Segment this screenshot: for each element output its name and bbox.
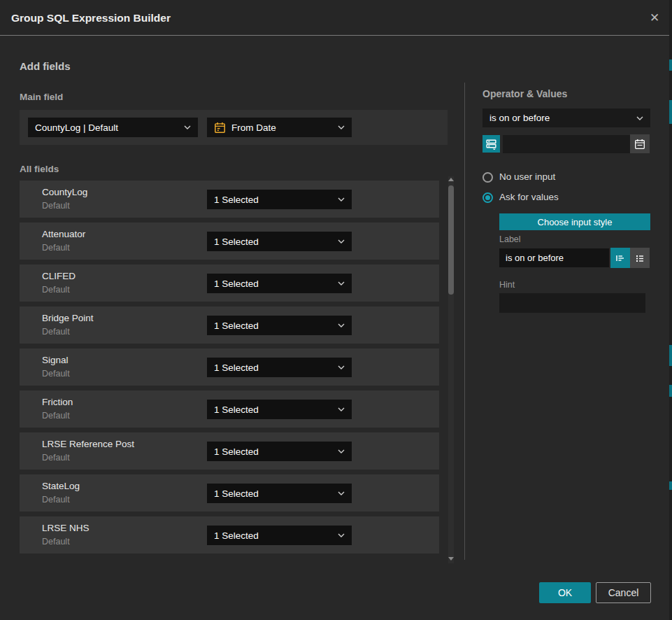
cancel-button[interactable]: Cancel — [596, 582, 651, 603]
panel-divider — [464, 83, 465, 560]
field-selection-dropdown[interactable]: 1 Selected — [207, 190, 352, 209]
selection-value: 1 Selected — [214, 404, 332, 415]
chevron-down-icon — [338, 365, 345, 369]
field-name: LRSE Reference Post — [42, 439, 134, 449]
dialog-titlebar: Group SQL Expression Builder ✕ — [0, 0, 672, 36]
field-selection-dropdown[interactable]: 1 Selected — [207, 442, 352, 461]
selection-value: 1 Selected — [214, 237, 332, 247]
list-style-button[interactable] — [630, 248, 650, 268]
close-icon[interactable]: ✕ — [648, 11, 662, 25]
field-name: StateLog — [42, 481, 80, 491]
field-name: Bridge Point — [42, 313, 94, 323]
main-field-row: CountyLog | Default From Date — [20, 110, 448, 145]
field-sublabel: Default — [42, 537, 70, 547]
edge-artifact — [669, 481, 672, 490]
field-selection-dropdown[interactable]: 1 Selected — [207, 400, 352, 419]
edge-artifact — [669, 59, 672, 71]
field-selection-dropdown[interactable]: 1 Selected — [207, 274, 352, 293]
main-field-date-dropdown[interactable]: From Date — [207, 118, 352, 137]
field-row-countylog: CountyLog Default 1 Selected — [20, 181, 439, 218]
chevron-down-icon — [338, 197, 345, 202]
field-sublabel: Default — [42, 411, 70, 421]
edge-strip — [669, 0, 672, 620]
field-selection-dropdown[interactable]: 1 Selected — [207, 526, 352, 545]
edge-artifact — [669, 385, 672, 397]
value-input[interactable] — [503, 135, 630, 153]
no-user-input-radio[interactable] — [482, 172, 493, 183]
no-user-input-label[interactable]: No user input — [499, 171, 555, 182]
field-selection-dropdown[interactable]: 1 Selected — [207, 316, 352, 335]
field-row-clifed: CLIFED Default 1 Selected — [20, 265, 439, 302]
main-field-source-dropdown[interactable]: CountyLog | Default — [28, 118, 198, 137]
chevron-down-icon — [184, 125, 191, 129]
label-input[interactable] — [499, 248, 609, 267]
hint-input[interactable] — [499, 293, 645, 313]
dialog-title: Group SQL Expression Builder — [11, 0, 171, 36]
field-sublabel: Default — [42, 201, 70, 211]
field-sublabel: Default — [42, 327, 70, 337]
list-scrollbar-thumb[interactable] — [448, 185, 454, 295]
scrollbar-down-icon[interactable] — [448, 557, 454, 561]
field-name: Attenuator — [42, 229, 85, 239]
field-row-attenuator: Attenuator Default 1 Selected — [20, 223, 439, 260]
group-sql-expression-builder-dialog: Group SQL Expression Builder ✕ Add field… — [0, 0, 672, 620]
selection-value: 1 Selected — [214, 530, 332, 541]
field-sublabel: Default — [42, 495, 70, 505]
field-row-lrse-reference-post: LRSE Reference Post Default 1 Selected — [20, 432, 439, 470]
calendar-icon — [214, 122, 226, 134]
field-name: Friction — [42, 397, 73, 407]
single-line-style-button[interactable] — [610, 248, 630, 268]
selection-value: 1 Selected — [214, 195, 332, 205]
field-row-bridge-point: Bridge Point Default 1 Selected — [20, 307, 439, 344]
field-selection-dropdown[interactable]: 1 Selected — [207, 358, 352, 377]
chevron-down-icon — [636, 116, 643, 120]
field-name: Signal — [42, 355, 69, 365]
field-sublabel: Default — [42, 369, 70, 379]
choose-input-style-button[interactable]: Choose input style — [499, 213, 650, 230]
edge-artifact — [669, 345, 672, 366]
operator-dropdown[interactable]: is on or before — [482, 108, 650, 127]
field-row-statelog: StateLog Default 1 Selected — [20, 474, 439, 512]
selection-value: 1 Selected — [214, 362, 332, 373]
add-fields-heading: Add fields — [20, 60, 71, 72]
selection-value: 1 Selected — [214, 320, 332, 331]
field-sublabel: Default — [42, 285, 70, 295]
field-name: CLIFED — [42, 271, 76, 281]
operator-values-heading: Operator & Values — [482, 88, 567, 99]
field-name: LRSE NHS — [42, 523, 90, 533]
selection-value: 1 Selected — [214, 279, 332, 289]
hint-caption: Hint — [499, 280, 515, 290]
value-source-toggle-button[interactable] — [482, 135, 500, 153]
field-row-signal: Signal Default 1 Selected — [20, 348, 439, 386]
scrollbar-up-icon[interactable] — [448, 178, 454, 181]
chevron-down-icon — [338, 533, 345, 537]
operator-value: is on or before — [489, 113, 631, 123]
ask-for-values-radio[interactable] — [482, 192, 493, 203]
main-field-label: Main field — [20, 92, 63, 102]
chevron-down-icon — [338, 281, 345, 286]
selection-value: 1 Selected — [214, 446, 332, 457]
chevron-down-icon — [338, 323, 345, 327]
chevron-down-icon — [338, 407, 345, 411]
main-field-date-value: From Date — [231, 122, 332, 133]
field-row-lrse-nhs: LRSE NHS Default 1 Selected — [20, 516, 439, 554]
date-picker-button[interactable] — [630, 134, 650, 153]
selection-value: 1 Selected — [214, 488, 332, 499]
field-selection-dropdown[interactable]: 1 Selected — [207, 484, 352, 503]
calendar-icon — [634, 139, 645, 150]
ask-for-values-label[interactable]: Ask for values — [499, 192, 559, 202]
ok-button[interactable]: OK — [539, 582, 591, 603]
all-fields-label: All fields — [20, 164, 59, 174]
align-left-icon — [615, 253, 626, 264]
bulleted-list-icon — [634, 253, 645, 264]
label-caption: Label — [499, 234, 521, 244]
field-selection-dropdown[interactable]: 1 Selected — [207, 232, 352, 251]
chevron-down-icon — [338, 449, 345, 453]
chevron-down-icon — [338, 491, 345, 495]
chevron-down-icon — [338, 125, 345, 129]
field-sublabel: Default — [42, 453, 70, 463]
chevron-down-icon — [338, 239, 345, 244]
main-field-source-value: CountyLog | Default — [35, 122, 178, 133]
stacked-values-icon — [485, 138, 497, 150]
field-row-friction: Friction Default 1 Selected — [20, 390, 439, 428]
